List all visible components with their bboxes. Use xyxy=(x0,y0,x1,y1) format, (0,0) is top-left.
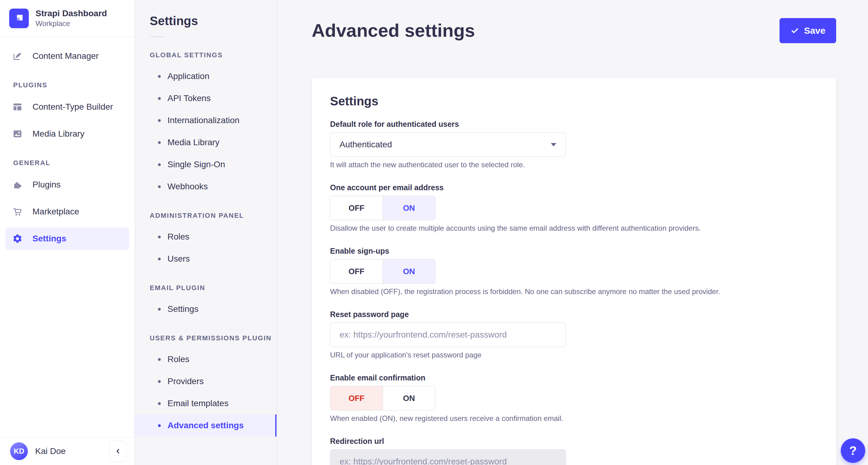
subnav-item-settings-email[interactable]: Settings xyxy=(135,298,277,320)
nav-item-label: Marketplace xyxy=(32,207,79,216)
bullet-icon xyxy=(158,236,161,238)
reset-password-label: Reset password page xyxy=(330,310,818,319)
settings-subnav: Settings GLOBAL SETTINGS Application API… xyxy=(135,0,277,465)
bullet-icon xyxy=(158,141,161,144)
nav-item-label: Content-Type Builder xyxy=(32,102,113,112)
nav-item-settings[interactable]: Settings xyxy=(5,228,129,250)
email-confirmation-toggle: OFF ON xyxy=(330,386,435,410)
sign-ups-label: Enable sign-ups xyxy=(330,246,818,256)
gear-icon xyxy=(12,233,23,244)
sign-ups-off-button[interactable]: OFF xyxy=(330,259,383,283)
sidebar: Strapi Dashboard Workplace Content Manag… xyxy=(0,0,135,465)
subnav-item-roles-admin[interactable]: Roles xyxy=(135,226,277,248)
subnav-item-internationalization[interactable]: Internationalization xyxy=(135,109,277,132)
bullet-icon xyxy=(158,119,161,122)
default-role-hint: It will attach the new authenticated use… xyxy=(330,161,818,169)
nav-item-content-manager[interactable]: Content Manager xyxy=(5,45,129,67)
email-confirmation-hint: When enabled (ON), new registered users … xyxy=(330,414,818,423)
question-mark-icon: ? xyxy=(849,444,857,458)
nav-item-label: Media Library xyxy=(32,129,85,139)
default-role-label: Default role for authenticated users xyxy=(330,120,818,129)
subnav-section-label: EMAIL PLUGIN xyxy=(150,284,277,292)
field-reset-password: Reset password page URL of your applicat… xyxy=(330,310,818,359)
nav-item-content-type-builder[interactable]: Content-Type Builder xyxy=(5,96,129,118)
nav-item-marketplace[interactable]: Marketplace xyxy=(5,201,129,223)
nav-item-label: Settings xyxy=(32,234,66,243)
sign-ups-on-button[interactable]: ON xyxy=(383,259,435,283)
nav-item-label: Content Manager xyxy=(32,51,99,61)
sign-ups-hint: When disabled (OFF), the registration pr… xyxy=(330,287,818,296)
subnav-item-api-tokens[interactable]: API Tokens xyxy=(135,87,277,109)
subnav-item-webhooks[interactable]: Webhooks xyxy=(135,176,277,198)
subnav-section-label: GLOBAL SETTINGS xyxy=(150,51,277,59)
save-button[interactable]: Save xyxy=(779,18,836,43)
subnav-item-email-templates[interactable]: Email templates xyxy=(135,393,277,414)
user-name: Kai Doe xyxy=(35,446,102,456)
save-label: Save xyxy=(804,25,826,36)
bullet-icon xyxy=(158,358,161,361)
field-email-confirmation: Enable email confirmation OFF ON When en… xyxy=(330,373,818,423)
default-role-value: Authenticated xyxy=(340,140,392,149)
email-confirmation-label: Enable email confirmation xyxy=(330,373,818,382)
subnav-divider xyxy=(150,36,164,37)
subnav-item-media-library[interactable]: Media Library xyxy=(135,132,277,153)
subnav-section-label: ADMINISTRATION PANEL xyxy=(150,212,277,220)
layout-grid-icon xyxy=(12,102,23,112)
email-confirmation-off-button[interactable]: OFF xyxy=(330,386,383,410)
subnav-item-single-sign-on[interactable]: Single Sign-On xyxy=(135,153,277,176)
page-title: Advanced settings xyxy=(312,18,475,43)
cart-icon xyxy=(12,206,23,217)
subnav-title: Settings xyxy=(150,14,277,28)
section-plugins-label: PLUGINS xyxy=(13,81,135,89)
nav-item-media-library[interactable]: Media Library xyxy=(5,123,129,145)
default-role-select[interactable]: Authenticated xyxy=(330,132,566,157)
bullet-icon xyxy=(158,97,161,100)
bullet-icon xyxy=(158,163,161,166)
subnav-item-providers[interactable]: Providers xyxy=(135,370,277,393)
reset-password-input[interactable] xyxy=(330,323,566,347)
field-redirection-url: Redirection url xyxy=(330,437,818,465)
bullet-icon xyxy=(158,402,161,405)
sign-ups-toggle: OFF ON xyxy=(330,259,435,284)
redirection-url-label: Redirection url xyxy=(330,437,818,446)
avatar: KD xyxy=(10,442,28,460)
subnav-item-application[interactable]: Application xyxy=(135,65,277,87)
bullet-icon xyxy=(158,424,161,427)
pen-icon xyxy=(12,51,23,61)
chevron-left-icon xyxy=(114,447,122,456)
nav-item-plugins[interactable]: Plugins xyxy=(5,174,129,196)
redirection-url-input xyxy=(330,449,566,465)
email-confirmation-on-button[interactable]: ON xyxy=(383,386,435,410)
subnav-section-email-plugin: EMAIL PLUGIN Settings xyxy=(135,284,277,320)
subnav-item-roles-up[interactable]: Roles xyxy=(135,348,277,370)
app-title: Strapi Dashboard xyxy=(35,9,107,19)
bullet-icon xyxy=(158,185,161,188)
workspace-label: Workplace xyxy=(35,20,107,28)
help-button[interactable]: ? xyxy=(841,438,865,463)
page-header: Advanced settings Save xyxy=(277,0,868,43)
bullet-icon xyxy=(158,380,161,383)
subnav-section-global: GLOBAL SETTINGS Application API Tokens I… xyxy=(135,51,277,198)
bullet-icon xyxy=(158,75,161,78)
main-nav: Content Manager PLUGINS Content-Type Bui… xyxy=(0,37,135,437)
image-icon xyxy=(12,129,23,139)
puzzle-icon xyxy=(12,179,23,190)
field-sign-ups: Enable sign-ups OFF ON When disabled (OF… xyxy=(330,246,818,296)
settings-card: Settings Default role for authenticated … xyxy=(312,78,836,465)
collapse-sidebar-button[interactable] xyxy=(109,440,127,462)
subnav-item-users[interactable]: Users xyxy=(135,248,277,270)
subnav-section-users-permissions: USERS & PERMISSIONS PLUGIN Roles Provide… xyxy=(135,334,277,437)
one-account-label: One account per email address xyxy=(330,183,818,192)
chevron-down-icon xyxy=(551,143,556,146)
card-section-title: Settings xyxy=(330,94,818,108)
subnav-item-advanced-settings[interactable]: Advanced settings xyxy=(135,414,277,437)
brand: Strapi Dashboard Workplace xyxy=(0,0,135,37)
bullet-icon xyxy=(158,258,161,260)
main-content: Advanced settings Save Settings Default … xyxy=(277,0,868,465)
user-row: KD Kai Doe xyxy=(0,437,135,465)
one-account-off-button[interactable]: OFF xyxy=(330,196,383,220)
field-default-role: Default role for authenticated users Aut… xyxy=(330,120,818,169)
one-account-on-button[interactable]: ON xyxy=(383,196,435,220)
strapi-logo-icon xyxy=(9,8,29,28)
check-icon xyxy=(790,26,799,35)
